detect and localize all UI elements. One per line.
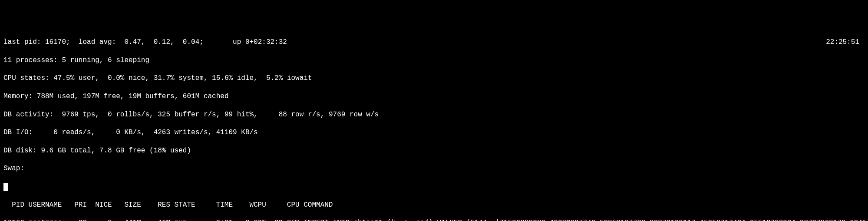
col-cpu: CPU bbox=[270, 201, 299, 210]
processes-summary: 11 processes: 5 running, 6 sleeping bbox=[3, 56, 865, 65]
table-row: 16166 postgres 20 0 441M 46M run 0:01 2.… bbox=[3, 218, 865, 221]
cell-wcpu: 2.60% bbox=[237, 218, 266, 221]
col-res: RES bbox=[145, 201, 170, 210]
cell-nice: 0 bbox=[91, 218, 112, 221]
db-io: DB I/O: 0 reads/s, 0 KB/s, 4263 writes/s… bbox=[3, 128, 865, 137]
db-activity: DB activity: 9769 tps, 0 rollbs/s, 325 b… bbox=[3, 110, 865, 119]
header-top-line: last pid: 16170; load avg: 0.47, 0.12, 0… bbox=[3, 38, 865, 47]
cursor-line bbox=[3, 182, 865, 191]
cell-time: 0:01 bbox=[204, 218, 233, 221]
clock: 22:25:51 bbox=[826, 38, 865, 47]
cell-size: 441M bbox=[116, 218, 141, 221]
col-pid: PID bbox=[3, 201, 24, 210]
cell-cmd: INSERT INTO sbtest1 (k, c, pad) VALUES (… bbox=[304, 218, 865, 221]
cell-pid: 16166 bbox=[3, 218, 24, 221]
col-state: STATE bbox=[175, 201, 200, 210]
cell-res: 46M bbox=[145, 218, 170, 221]
last-pid-load-avg: last pid: 16170; load avg: 0.47, 0.12, 0… bbox=[3, 38, 287, 47]
swap-summary: Swap: bbox=[3, 164, 865, 173]
col-username: USERNAME bbox=[29, 201, 66, 210]
col-command: COMMAND bbox=[304, 201, 865, 210]
process-table-body: 16166 postgres 20 0 441M 46M run 0:01 2.… bbox=[3, 218, 865, 221]
memory-summary: Memory: 788M used, 197M free, 19M buffer… bbox=[3, 92, 865, 101]
cpu-states: CPU states: 47.5% user, 0.0% nice, 31.7%… bbox=[3, 74, 865, 83]
col-time: TIME bbox=[204, 201, 233, 210]
cell-pri: 20 bbox=[70, 218, 87, 221]
table-header: PID USERNAME PRI NICE SIZE RES STATE TIM… bbox=[3, 201, 865, 210]
col-size: SIZE bbox=[116, 201, 141, 210]
cell-state: run bbox=[175, 218, 200, 221]
cell-user: postgres bbox=[29, 218, 66, 221]
col-pri: PRI bbox=[70, 201, 87, 210]
cell-cpu: 29.25% bbox=[270, 218, 299, 221]
col-nice: NICE bbox=[91, 201, 112, 210]
cursor-icon bbox=[3, 183, 8, 191]
db-disk: DB disk: 9.6 GB total, 7.8 GB free (18% … bbox=[3, 146, 865, 155]
col-wcpu: WCPU bbox=[237, 201, 266, 210]
